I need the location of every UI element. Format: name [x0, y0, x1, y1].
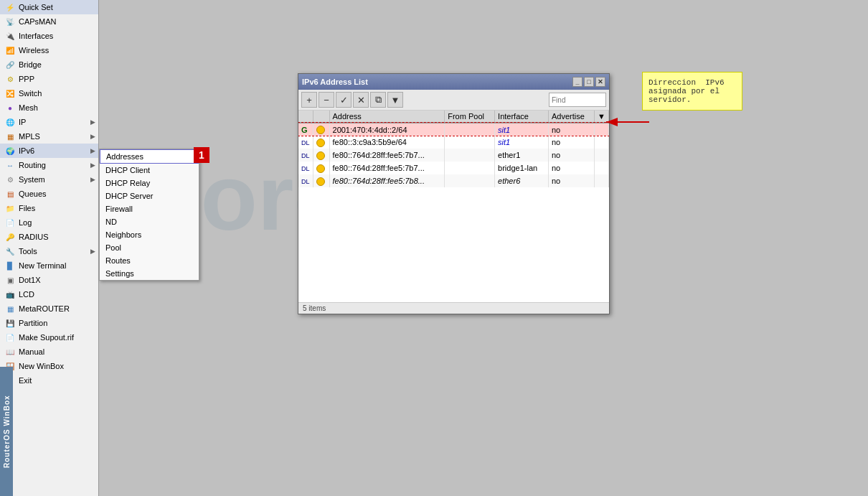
cell-interface: sit1	[495, 123, 549, 136]
sidebar-item-new-terminal[interactable]: ▉ New Terminal	[0, 258, 98, 273]
ppp-icon: ⚙	[4, 73, 16, 85]
sidebar-item-new-winbox[interactable]: 🪟 New WinBox	[0, 359, 98, 373]
sidebar-item-make-supout[interactable]: 📄 Make Supout.rif	[0, 330, 98, 345]
sidebar: ⚡ Quick Set 📡 CAPsMAN 🔌 Interfaces 📶 Wir…	[0, 0, 99, 496]
table-row[interactable]: G 2001:470:4:4dd::2/64 sit1 no	[298, 123, 609, 136]
arrow-icon: ▶	[90, 118, 95, 126]
sidebar-item-wireless[interactable]: 📶 Wireless	[0, 43, 98, 57]
submenu-item-neighbors[interactable]: Neighbors	[100, 228, 199, 241]
sidebar-item-dot1x[interactable]: ▣ Dot1X	[0, 273, 98, 287]
cell-type: DL	[298, 162, 313, 174]
submenu-item-dhcp-relay[interactable]: DHCP Relay	[100, 177, 199, 189]
cell-advertise: no	[548, 149, 594, 162]
sidebar-item-quick-set[interactable]: ⚡ Quick Set	[0, 0, 98, 14]
sidebar-item-ppp[interactable]: ⚙ PPP	[0, 72, 98, 86]
col-advertise: Advertise	[548, 111, 594, 123]
sidebar-item-routing[interactable]: ↔ Routing ▶	[0, 158, 98, 172]
copy-button[interactable]: ⧉	[370, 92, 386, 108]
cell-flag	[313, 174, 329, 187]
sidebar-item-label: PPP	[19, 75, 95, 83]
sidebar-item-system[interactable]: ⚙ System ▶	[0, 172, 98, 187]
tools-icon: 🔧	[4, 245, 16, 257]
sidebar-item-manual[interactable]: 📖 Manual	[0, 345, 98, 359]
cell-interface: bridge1-lan	[495, 162, 549, 174]
cell-advertise: no	[548, 174, 594, 187]
remove-button[interactable]: −	[319, 92, 334, 108]
submenu: Addresses DHCP Client DHCP Relay DHCP Se…	[99, 149, 199, 281]
mesh-icon: ●	[4, 102, 16, 113]
sidebar-item-radius[interactable]: 🔑 RADIUS	[0, 230, 98, 244]
sidebar-item-label: Routing	[19, 161, 90, 169]
filter-button[interactable]: ▼	[387, 92, 403, 108]
sidebar-item-interfaces[interactable]: 🔌 Interfaces	[0, 29, 98, 43]
sidebar-item-lcd[interactable]: 📺 LCD	[0, 287, 98, 301]
sidebar-item-log[interactable]: 📄 Log	[0, 215, 98, 230]
sidebar-vertical-label: RouterOS WinBox	[0, 367, 13, 496]
find-input[interactable]	[549, 93, 606, 107]
col-extra: ▼	[595, 111, 609, 123]
lcd-icon: 📺	[4, 289, 16, 300]
arrow-icon: ▶	[90, 133, 95, 140]
minimize-button[interactable]: _	[572, 77, 582, 87]
table-row[interactable]: DL fe80::764d:28ff:fee5:7b8... ether6 no	[298, 174, 609, 187]
close-button[interactable]: ✕	[595, 77, 605, 87]
sidebar-item-label: Exit	[19, 376, 95, 385]
sidebar-item-label: LCD	[19, 290, 95, 299]
cell-from-pool	[445, 123, 495, 136]
annotation-text: Dirreccion IPv6 asignada por el servidor…	[648, 78, 725, 104]
col-address: Address	[329, 111, 445, 123]
submenu-item-addresses[interactable]: Addresses	[100, 149, 199, 164]
switch-icon: 🔀	[4, 88, 16, 99]
submenu-item-nd[interactable]: ND	[100, 215, 199, 228]
sidebar-item-ipv6[interactable]: 🌍 IPv6 ▶	[0, 144, 98, 158]
submenu-item-settings[interactable]: Settings	[100, 267, 199, 280]
cell-interface: sit1	[495, 136, 549, 149]
sidebar-item-tools[interactable]: 🔧 Tools ▶	[0, 244, 98, 258]
sidebar-item-ip[interactable]: 🌐 IP ▶	[0, 115, 98, 129]
submenu-item-pool[interactable]: Pool	[100, 241, 199, 254]
cell-extra	[595, 149, 609, 162]
arrow-icon: ▶	[90, 176, 95, 183]
table-row[interactable]: DL fe80::764d:28ff:fee5:7b7... ether1 no	[298, 149, 609, 162]
arrow-icon: ▶	[90, 162, 95, 169]
cell-address: fe80::764d:28ff:fee5:7b8...	[329, 174, 445, 187]
sidebar-item-mpls[interactable]: ▦ MPLS ▶	[0, 129, 98, 144]
cell-flag	[313, 136, 329, 149]
cell-address: fe80::3:c9a3:5b9e/64	[329, 136, 445, 149]
apply-button[interactable]: ✓	[336, 92, 352, 108]
sidebar-item-bridge[interactable]: 🔗 Bridge	[0, 57, 98, 72]
sidebar-item-exit[interactable]: ✖ Exit	[0, 373, 98, 388]
sidebar-item-label: RADIUS	[19, 233, 95, 241]
ipv6-toolbar: + − ✓ ✕ ⧉ ▼	[298, 90, 609, 111]
submenu-item-routes[interactable]: Routes	[100, 254, 199, 267]
submenu-item-firewall[interactable]: Firewall	[100, 202, 199, 215]
sidebar-item-label: Make Supout.rif	[19, 333, 95, 342]
cell-advertise: no	[548, 136, 594, 149]
table-row[interactable]: DL fe80::3:c9a3:5b9e/64 sit1 no	[298, 136, 609, 149]
bridge-icon: 🔗	[4, 59, 16, 70]
sidebar-item-capsman[interactable]: 📡 CAPsMAN	[0, 14, 98, 29]
sidebar-item-label: Switch	[19, 89, 95, 98]
cancel-button[interactable]: ✕	[353, 92, 369, 108]
sidebar-item-switch[interactable]: 🔀 Switch	[0, 86, 98, 100]
table-row[interactable]: DL fe80::764d:28ff:fee5:7b7... bridge1-l…	[298, 162, 609, 174]
cell-advertise: no	[548, 162, 594, 174]
sidebar-item-metarouter[interactable]: ▦ MetaROUTER	[0, 301, 98, 316]
sidebar-item-files[interactable]: 📁 Files	[0, 201, 98, 215]
files-icon: 📁	[4, 202, 16, 214]
submenu-item-dhcp-client[interactable]: DHCP Client	[100, 164, 199, 177]
sidebar-item-label: Mesh	[19, 103, 95, 112]
ipv6-titlebar: IPv6 Address List _ □ ✕	[298, 74, 609, 90]
cell-flag	[313, 162, 329, 174]
sidebar-item-label: Quick Set	[19, 3, 95, 11]
cell-extra	[595, 162, 609, 174]
sidebar-item-partition[interactable]: 💾 Partition	[0, 316, 98, 330]
sidebar-item-label: Bridge	[19, 60, 95, 69]
sidebar-item-queues[interactable]: ▤ Queues	[0, 187, 98, 201]
arrow-icon: ▶	[90, 248, 95, 255]
add-button[interactable]: +	[301, 92, 317, 108]
annotation-box: Dirreccion IPv6 asignada por el servidor…	[642, 72, 742, 111]
maximize-button[interactable]: □	[584, 77, 594, 87]
sidebar-item-mesh[interactable]: ● Mesh	[0, 100, 98, 115]
submenu-item-dhcp-server[interactable]: DHCP Server	[100, 189, 199, 202]
